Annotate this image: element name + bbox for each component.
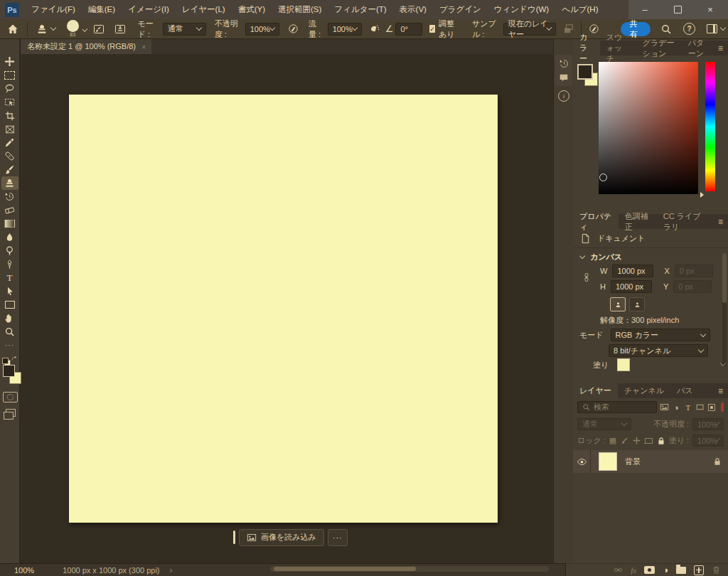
brush-preset-picker[interactable]: 83 bbox=[64, 18, 82, 40]
menu-file[interactable]: ファイル(F) bbox=[25, 0, 82, 19]
hue-slider[interactable] bbox=[705, 62, 715, 191]
lock-image-pixels-button[interactable] bbox=[620, 436, 630, 446]
new-layer-button[interactable] bbox=[694, 565, 704, 575]
x-input[interactable]: 0 px bbox=[675, 265, 713, 277]
landscape-orientation-button[interactable] bbox=[629, 297, 645, 311]
tab-layers[interactable]: レイヤー bbox=[573, 383, 618, 398]
layer-lock-icon[interactable] bbox=[713, 457, 722, 466]
scrollbar-thumb[interactable] bbox=[722, 253, 727, 303]
edit-toolbar-button[interactable]: ··· bbox=[1, 338, 18, 352]
canvas-fill-swatch[interactable] bbox=[617, 358, 630, 371]
crop-tool[interactable] bbox=[1, 109, 18, 122]
ignore-adjustment-toggle[interactable] bbox=[560, 21, 577, 38]
color-field[interactable] bbox=[599, 62, 698, 194]
panel-menu-button[interactable]: ≡ bbox=[713, 214, 728, 229]
layer-blend-mode-select[interactable]: 通常 bbox=[577, 418, 631, 430]
minimize-button[interactable]: – bbox=[628, 0, 661, 19]
frame-tool[interactable] bbox=[1, 122, 18, 136]
document-tab[interactable]: 名称未設定 1 @ 100% (RGB/8) × bbox=[21, 39, 151, 54]
status-expand-icon[interactable]: › bbox=[170, 565, 173, 575]
filter-type-layers-button[interactable]: T bbox=[684, 402, 692, 412]
color-mode-select[interactable]: RGB カラー bbox=[611, 329, 710, 341]
tab-channels[interactable]: チャンネル bbox=[618, 383, 670, 398]
help-button[interactable]: ? bbox=[680, 21, 698, 38]
hand-tool[interactable] bbox=[1, 311, 18, 325]
lock-all-button[interactable] bbox=[656, 436, 666, 446]
menu-plugins[interactable]: プラグイン bbox=[433, 0, 488, 19]
layer-visibility-toggle[interactable] bbox=[573, 450, 591, 473]
tab-cc-libraries[interactable]: CC ライブラリ bbox=[657, 214, 713, 229]
horizontal-scrollbar-thumb[interactable] bbox=[274, 567, 416, 571]
blur-tool[interactable] bbox=[1, 230, 18, 244]
panel-menu-button[interactable]: ≡ bbox=[713, 41, 728, 55]
layer-search-input[interactable]: 検索 bbox=[577, 401, 657, 413]
eraser-tool[interactable] bbox=[1, 203, 18, 217]
y-input[interactable]: 0 px bbox=[673, 280, 712, 293]
filter-shape-layers-button[interactable] bbox=[695, 402, 705, 412]
tab-color[interactable]: カラー bbox=[573, 41, 600, 55]
new-group-button[interactable] bbox=[676, 567, 686, 574]
opacity-select[interactable]: 100% bbox=[245, 23, 279, 36]
tab-patterns[interactable]: パターン bbox=[682, 41, 713, 55]
portrait-orientation-button[interactable] bbox=[610, 297, 626, 311]
link-layers-icon[interactable] bbox=[614, 565, 623, 575]
move-tool[interactable] bbox=[1, 55, 18, 68]
tab-gradients[interactable]: グラデーション bbox=[636, 41, 682, 55]
width-input[interactable]: 1000 px bbox=[612, 265, 653, 277]
lock-artboard-button[interactable] bbox=[644, 436, 654, 446]
rectangle-tool[interactable] bbox=[1, 298, 18, 311]
layer-thumbnail[interactable] bbox=[599, 452, 617, 471]
menu-type[interactable]: 書式(Y) bbox=[232, 0, 272, 19]
menu-edit[interactable]: 編集(E) bbox=[82, 0, 122, 19]
zoom-tool[interactable] bbox=[1, 325, 18, 338]
filtering-on-toggle[interactable] bbox=[721, 402, 724, 412]
sample-select[interactable]: 現在のレイヤー bbox=[503, 23, 556, 36]
canvas[interactable] bbox=[69, 95, 498, 523]
horizontal-scrollbar[interactable] bbox=[270, 566, 549, 572]
pressure-opacity-toggle[interactable] bbox=[285, 21, 301, 38]
layer-style-fx-button[interactable]: fx bbox=[631, 566, 636, 575]
marquee-tool[interactable] bbox=[1, 68, 18, 82]
angle-input[interactable]: 0° bbox=[395, 23, 422, 36]
pen-tool[interactable] bbox=[1, 257, 18, 271]
menu-filter[interactable]: フィルター(T) bbox=[328, 0, 392, 19]
layer-opacity-select[interactable]: 100% bbox=[692, 418, 724, 430]
swap-colors-button[interactable] bbox=[11, 356, 18, 363]
background-layer-row[interactable]: 背景 bbox=[573, 450, 728, 473]
workspace-switcher[interactable] bbox=[704, 21, 728, 38]
lock-position-button[interactable] bbox=[632, 436, 642, 446]
task-bar-drag-handle[interactable] bbox=[233, 530, 235, 544]
zoom-level[interactable]: 100% bbox=[14, 566, 34, 575]
filter-pixel-layers-button[interactable] bbox=[660, 402, 669, 412]
properties-scrollbar[interactable] bbox=[722, 253, 727, 367]
tab-paths[interactable]: パス bbox=[670, 383, 700, 398]
brush-tool[interactable] bbox=[1, 163, 18, 176]
clone-source-panel-toggle[interactable] bbox=[112, 21, 129, 38]
info-panel-button[interactable]: i bbox=[558, 90, 569, 102]
screen-mode-button[interactable] bbox=[6, 409, 16, 417]
canvas-section-header[interactable]: カンバス bbox=[573, 248, 728, 265]
menu-layer[interactable]: レイヤー(L) bbox=[176, 0, 232, 19]
height-input[interactable]: 1000 px bbox=[611, 280, 652, 293]
object-selection-tool[interactable] bbox=[1, 95, 18, 109]
menu-select[interactable]: 選択範囲(S) bbox=[272, 0, 328, 19]
delete-layer-button[interactable] bbox=[712, 565, 721, 575]
history-brush-tool[interactable] bbox=[1, 190, 18, 203]
add-adjustment-layer-button[interactable]: ◑ bbox=[663, 565, 668, 575]
comments-panel-button[interactable] bbox=[559, 73, 569, 82]
add-layer-mask-button[interactable] bbox=[644, 566, 655, 574]
foreground-color-well[interactable] bbox=[577, 64, 593, 80]
foreground-color-swatch[interactable] bbox=[3, 365, 15, 377]
tab-swatches[interactable]: スウォッチ bbox=[600, 41, 636, 55]
aligned-checkbox[interactable]: ✓ bbox=[429, 25, 435, 33]
path-selection-tool[interactable] bbox=[1, 284, 18, 298]
type-tool[interactable]: T bbox=[1, 271, 18, 284]
dodge-tool[interactable] bbox=[1, 244, 18, 257]
tool-preset-button[interactable] bbox=[33, 21, 58, 38]
wh-link-toggle[interactable] bbox=[582, 272, 592, 282]
filter-smart-objects-button[interactable] bbox=[707, 402, 716, 412]
tab-adjustments[interactable]: 色調補正 bbox=[619, 214, 657, 229]
flow-select[interactable]: 100% bbox=[328, 23, 362, 36]
task-bar-more-button[interactable]: ··· bbox=[328, 529, 348, 546]
brush-settings-panel-toggle[interactable] bbox=[90, 21, 107, 38]
